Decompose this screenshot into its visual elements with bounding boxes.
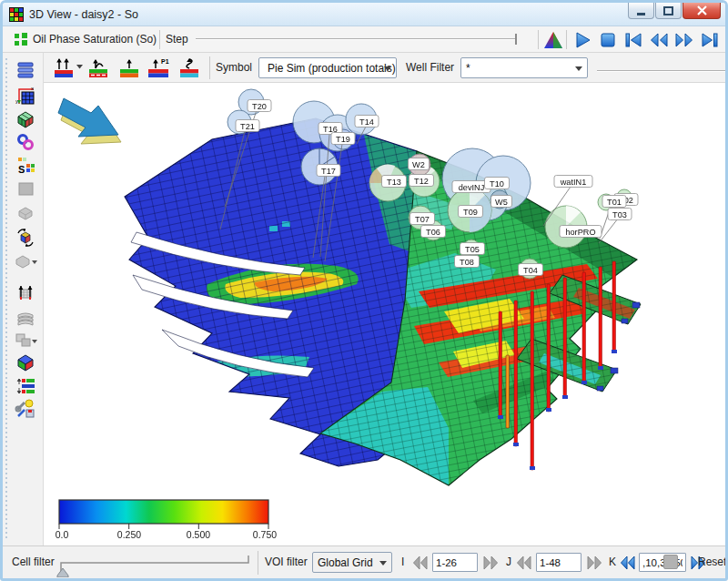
svg-text:T12: T12 [414, 177, 429, 186]
orientation-arrow-icon [58, 98, 121, 144]
plane-slice-icon[interactable] [14, 177, 37, 200]
i-label: I [401, 556, 404, 568]
next-icon [481, 555, 500, 571]
link-views-icon[interactable] [14, 130, 37, 154]
legend-tick-3: 0.750 [253, 529, 277, 540]
prev-icon [515, 555, 533, 571]
ternary-diagram-button[interactable] [541, 30, 564, 50]
voi-filter-combo[interactable]: Global Grid [312, 552, 392, 573]
animation-toolbar: Oil Phase Saturation (So) Step [3, 26, 725, 53]
svg-text:T05: T05 [465, 245, 480, 254]
i-range-input[interactable] [432, 553, 478, 572]
k-prev-button[interactable] [618, 553, 638, 572]
chevron-down-icon [379, 561, 387, 569]
stop-button[interactable] [596, 30, 619, 50]
3d-grid-view-icon[interactable] [14, 107, 37, 131]
svg-text:T14: T14 [359, 117, 374, 127]
well-filter-value: * [466, 62, 470, 75]
svg-text:y: y [15, 98, 18, 104]
prism-dropdown-icon[interactable] [14, 249, 37, 272]
svg-text:T10: T10 [490, 179, 504, 189]
next-icon [585, 555, 603, 571]
app-window: 3D View - daisy2 - So Oil Phase Saturati… [0, 0, 728, 581]
svg-text:S: S [18, 164, 25, 175]
minimize-icon [636, 6, 647, 15]
svg-text:T01: T01 [607, 198, 622, 207]
3d-viewport[interactable]: T02 T20 T21 T16 T14 T19 T17 T13 T12 W2 d… [44, 83, 725, 545]
next-frame-button[interactable] [672, 30, 695, 50]
symbol-toolbar: P1 Symbol Pie Sim (production totals) We… [44, 53, 725, 83]
previous-frame-icon [648, 30, 670, 50]
tools-options-icon[interactable] [14, 396, 37, 420]
close-button[interactable] [682, 3, 721, 19]
svg-text:horPRO: horPRO [565, 228, 595, 237]
scale-slider[interactable] [597, 70, 728, 72]
first-frame-icon [622, 30, 644, 50]
k-label: K [609, 556, 616, 568]
reset-button[interactable]: Reset [698, 556, 726, 568]
symbol-combo-value: Pie Sim (production totals) [268, 62, 396, 75]
j-range-input[interactable] [536, 553, 581, 572]
color-cube-icon[interactable] [14, 351, 37, 374]
areal-2d-view-icon[interactable]: xy [14, 84, 37, 107]
i-prev-button[interactable] [410, 553, 430, 572]
first-frame-button[interactable] [622, 30, 644, 50]
all-wells-icon[interactable] [53, 56, 76, 79]
maximize-icon [663, 6, 674, 15]
k-stop-button[interactable] [663, 555, 678, 569]
svg-text:T04: T04 [523, 266, 538, 275]
cell-filter-slider[interactable] [56, 550, 256, 577]
svg-text:T16: T16 [323, 125, 338, 134]
injector-cycle-icon[interactable] [87, 56, 111, 79]
svg-text:T09: T09 [463, 208, 478, 217]
i-next-button[interactable] [480, 553, 500, 572]
blocks-dropdown-icon[interactable] [14, 328, 37, 352]
solid-view-icon[interactable] [14, 201, 37, 225]
step-slider-handle[interactable] [515, 34, 517, 45]
previous-frame-button[interactable] [647, 30, 670, 50]
legend-tick-2: 0.500 [187, 529, 210, 540]
svg-text:devINJ: devINJ [459, 183, 485, 192]
layer-mesh-icon[interactable] [14, 306, 37, 330]
symbol-combo[interactable]: Pie Sim (production totals) [258, 57, 397, 78]
wells-section-icon[interactable] [14, 280, 37, 304]
svg-text:W2: W2 [412, 160, 425, 169]
producer-p1-icon[interactable]: P1 [147, 56, 170, 79]
producer-layer-icon[interactable] [118, 56, 142, 79]
play-button[interactable] [571, 30, 593, 50]
maximize-button[interactable] [655, 3, 682, 19]
prev-icon [619, 555, 637, 571]
step-slider[interactable] [196, 38, 516, 40]
prev-icon [411, 555, 430, 571]
svg-text:P1: P1 [161, 58, 169, 65]
j-next-button[interactable] [584, 553, 604, 572]
cell-filter-slider-handle [57, 568, 68, 577]
property-icon [14, 32, 29, 51]
deviated-well-icon[interactable] [178, 56, 202, 79]
layer-filter-icon[interactable] [14, 374, 37, 398]
rotate-3d-icon[interactable] [14, 226, 37, 250]
svg-text:T17: T17 [321, 167, 336, 176]
next-frame-icon [673, 30, 695, 50]
app-icon [9, 7, 24, 22]
voi-filter-value: Global Grid [318, 556, 373, 569]
svg-text:T06: T06 [426, 228, 440, 237]
legend-tick-0: 0.0 [56, 529, 69, 540]
tree-list-icon[interactable] [14, 58, 37, 82]
minimize-button[interactable] [628, 3, 654, 19]
stop-icon [597, 30, 619, 50]
svg-text:x: x [31, 86, 34, 91]
svg-text:T03: T03 [612, 210, 627, 219]
well-filter-combo[interactable]: * [460, 57, 588, 78]
window-title: 3D View - daisy2 - So [29, 8, 138, 21]
play-icon [571, 30, 593, 50]
j-prev-button[interactable] [514, 553, 534, 572]
svg-text:T21: T21 [240, 122, 255, 131]
property-legend-icon[interactable]: S [14, 153, 37, 177]
voi-filter-label: VOI filter [265, 556, 308, 568]
last-frame-button[interactable] [698, 30, 721, 50]
chevron-down-icon [384, 66, 391, 75]
svg-text:T20: T20 [252, 102, 267, 111]
property-name[interactable]: Oil Phase Saturation (So) [33, 33, 157, 46]
filter-bar: Cell filter VOI filter Global Grid I J K [3, 545, 725, 578]
